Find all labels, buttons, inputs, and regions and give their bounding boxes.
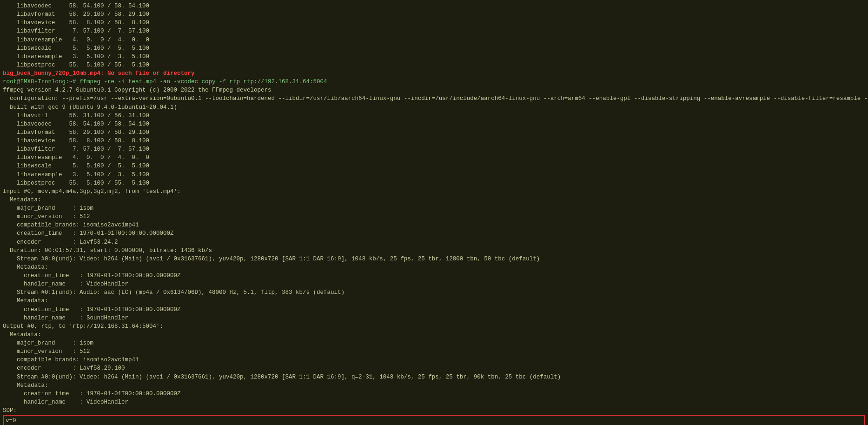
line-libavutil: libavutil 56. 31.100 / 56. 31.100	[3, 112, 865, 120]
line-metadata2: Metadata:	[3, 263, 865, 272]
line-libavdevice1: libavdevice 58. 8.100 / 58. 8.100	[3, 19, 865, 27]
line-duration: Duration: 00:01:57.31, start: 0.000000, …	[3, 246, 865, 255]
line-creation-time1: creation_time : 1970-01-01T00:00:00.0000…	[3, 229, 865, 238]
line-libavresample2: libavresample 4. 0. 0 / 4. 0. 0	[3, 153, 865, 162]
line-libavcodec2: libavcodec 58. 54.100 / 58. 54.100	[3, 120, 865, 128]
line-metadata4: Metadata:	[3, 331, 865, 339]
line-creation-time4: creation_time : 1970-01-01T00:00:00.0000…	[3, 390, 865, 398]
line-encoder2: encoder : Lavf58.29.100	[3, 364, 865, 372]
line-compatible-brands2: compatible_brands: isomiso2avc1mp41	[3, 356, 865, 364]
terminal-window: libavcodec 58. 54.100 / 58. 54.100 libav…	[0, 0, 868, 425]
line-libavresample1: libavresample 4. 0. 0 / 4. 0. 0	[3, 36, 865, 44]
sdp-line-v: v=0	[6, 417, 862, 425]
line-encoder1: encoder : Lavf53.24.2	[3, 238, 865, 246]
line-creation-time3: creation_time : 1970-01-01T00:00:00.0000…	[3, 305, 865, 314]
line-major-brand1: major_brand : isom	[3, 204, 865, 212]
line-major-brand2: major_brand : isom	[3, 339, 865, 347]
line-ffmpeg-version: ffmpeg version 4.2.7-0ubuntu0.1 Copyrigh…	[3, 86, 865, 94]
line-libavdevice2: libavdevice 58. 8.100 / 58. 8.100	[3, 137, 865, 145]
line-libswresample1: libswresample 3. 5.100 / 3. 5.100	[3, 53, 865, 61]
line-libavformat1: libavformat 58. 29.100 / 58. 29.100	[3, 10, 865, 19]
line-libswscale1: libswscale 5. 5.100 / 5. 5.100	[3, 44, 865, 53]
sdp-box: v=0 o=- 0 0 IN IP4 127.0.0.1 s=No Name c…	[3, 415, 865, 425]
line-libavformat2: libavformat 58. 29.100 / 58. 29.100	[3, 128, 865, 137]
line-libavfilter2: libavfilter 7. 57.100 / 7. 57.100	[3, 145, 865, 153]
line-error-nofile: big_buck_bunny_720p_10mb.mp4: No such fi…	[3, 69, 865, 78]
line-output-info: Output #0, rtp, to 'rtp://192.168.31.64:…	[3, 322, 865, 331]
line-handler-sound: handler_name : SoundHandler	[3, 314, 865, 322]
line-minor-version1: minor_version : 512	[3, 212, 865, 221]
line-input-info: Input #0, mov,mp4,m4a,3gp,3g2,mj2, from …	[3, 187, 865, 196]
line-compatible-brands1: compatible_brands: isomiso2avc1mp41	[3, 221, 865, 229]
line-configuration: configuration: --prefix=/usr --extra-ver…	[3, 94, 865, 103]
line-libswscale2: libswscale 5. 5.100 / 5. 5.100	[3, 162, 865, 170]
line-stream-video1: Stream #0:0(und): Video: h264 (Main) (av…	[3, 255, 865, 263]
line-metadata3: Metadata:	[3, 297, 865, 305]
line-metadata5: Metadata:	[3, 381, 865, 390]
line-libswresample2: libswresample 3. 5.100 / 3. 5.100	[3, 171, 865, 179]
line-metadata1: Metadata:	[3, 196, 865, 204]
line-creation-time2: creation_time : 1970-01-01T00:00:00.0000…	[3, 272, 865, 280]
line-minor-version2: minor_version : 512	[3, 347, 865, 356]
line-handler-video1: handler_name : VideoHandler	[3, 280, 865, 288]
line-libpostproc2: libpostproc 55. 5.100 / 55. 5.100	[3, 179, 865, 187]
line-sdp-label: SDP:	[3, 406, 865, 415]
line-libavcodec1: libavcodec 58. 54.100 / 58. 54.100	[3, 2, 865, 10]
line-handler-video2: handler_name : VideoHandler	[3, 398, 865, 406]
line-stream-video2: Stream #0:0(und): Video: h264 (Main) (av…	[3, 373, 865, 381]
line-libpostproc1: libpostproc 55. 5.100 / 55. 5.100	[3, 61, 865, 69]
line-stream-audio: Stream #0:1(und): Audio: aac (LC) (mp4a …	[3, 288, 865, 297]
line-libavfilter1: libavfilter 7. 57.100 / 7. 57.100	[3, 27, 865, 35]
line-prompt-ffmpeg: root@IMX8-Tronlong:~# ffmpeg -re -i test…	[3, 78, 865, 86]
line-built-with: built with gcc 9 (Ubuntu 9.4.0-1ubuntu1~…	[3, 103, 865, 112]
